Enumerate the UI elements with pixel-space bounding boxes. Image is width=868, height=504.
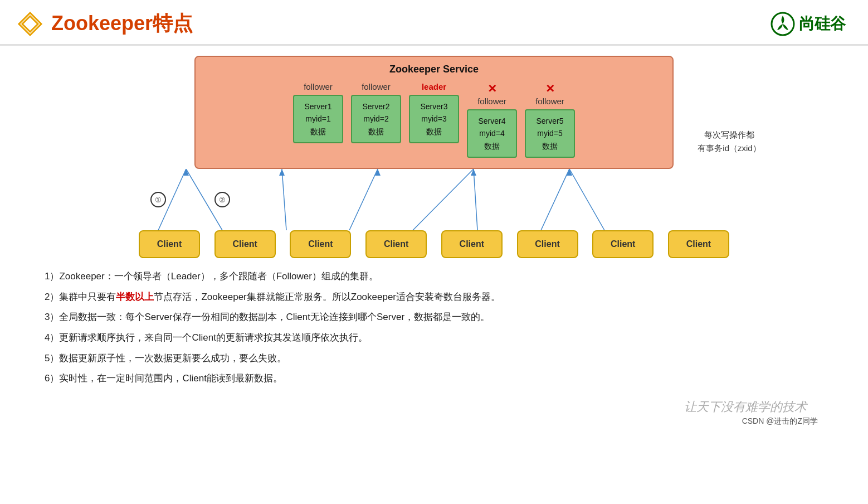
brand-name: 尚硅谷	[799, 13, 846, 35]
point-5: 5）数据更新原子性，一次数据更新要么成功，要么失败。	[45, 350, 823, 367]
server-col-1: follower Server1myid=1数据	[293, 82, 343, 158]
server2-box: Server2myid=2数据	[351, 95, 401, 143]
page-title: Zookeeper特点	[51, 10, 193, 37]
server4-box: Server4myid=4数据	[467, 109, 517, 158]
server-col-2: follower Server2myid=2数据	[351, 82, 401, 158]
svg-line-8	[474, 169, 477, 230]
server5-box: Server5myid=5数据	[525, 109, 575, 158]
svg-marker-12	[279, 169, 285, 176]
footer: 让天下没有难学的技术 CSDN @进击的Z同学	[684, 399, 840, 427]
zk-service-title: Zookeeper Service	[207, 64, 661, 75]
point-1: 1）Zookeeper：一个领导者（Leader），多个跟随者（Follower…	[45, 268, 823, 285]
side-note: 每次写操作都 有事务id（zxid）	[685, 128, 774, 155]
server-col-4: ✕ follower Server4myid=4数据	[467, 82, 517, 158]
logo-icon	[17, 11, 43, 37]
server3-box: Server3myid=3数据	[409, 95, 459, 143]
client-8: Client	[668, 230, 729, 258]
svg-line-4	[186, 169, 222, 230]
svg-line-9	[541, 169, 569, 230]
client-1: Client	[139, 230, 200, 258]
server2-role: follower	[362, 82, 391, 91]
point-6: 6）实时性，在一定时间范围内，Client能读到最新数据。	[45, 370, 823, 387]
client-6: Client	[517, 230, 578, 258]
zk-service-box: Zookeeper Service follower Server1myid=1…	[194, 56, 674, 169]
brand-logo: 尚硅谷	[770, 11, 846, 37]
server3-role: leader	[422, 82, 446, 91]
svg-marker-14	[471, 169, 476, 176]
client-7: Client	[592, 230, 654, 258]
svg-text:①: ①	[155, 196, 162, 204]
point-4: 4）更新请求顺序执行，来自同一个Client的更新请求按其发送顺序依次执行。	[45, 329, 823, 347]
header-left: Zookeeper特点	[17, 10, 193, 37]
footer-csdn: CSDN @进击的Z同学	[684, 416, 840, 427]
x-mark-5: ✕	[545, 82, 555, 95]
svg-line-3	[158, 169, 186, 230]
svg-line-7	[413, 169, 474, 230]
server-col-3: leader Server3myid=3数据	[409, 82, 459, 158]
svg-line-6	[349, 169, 378, 230]
x-mark-4: ✕	[487, 82, 497, 95]
svg-line-5	[282, 169, 286, 230]
connection-lines: ① ②	[128, 169, 740, 230]
server1-role: follower	[304, 82, 333, 91]
brand-icon	[770, 11, 796, 37]
content-list: 1）Zookeeper：一个领导者（Leader），多个跟随者（Follower…	[0, 264, 868, 395]
clients-row: Client Client Client Client Client Clien…	[139, 230, 729, 258]
point-3: 3）全局数据一致：每个Server保存一份相同的数据副本，Client无论连接到…	[45, 309, 823, 326]
footer-slogan: 让天下没有难学的技术	[684, 399, 840, 415]
server-col-5: ✕ follower Server5myid=5数据	[525, 82, 575, 158]
diagram-area: Zookeeper Service follower Server1myid=1…	[0, 46, 868, 264]
server4-role: follower	[477, 96, 506, 106]
svg-line-10	[569, 169, 604, 230]
point-2: 2）集群中只要有半数以上节点存活，Zookeeper集群就能正常服务。所以Zoo…	[45, 289, 823, 306]
client-4: Client	[365, 230, 427, 258]
client-3: Client	[290, 230, 351, 258]
server1-box: Server1myid=1数据	[293, 95, 343, 143]
diagram-wrapper: Zookeeper Service follower Server1myid=1…	[128, 56, 740, 258]
header: Zookeeper特点 尚硅谷	[0, 0, 868, 46]
client-2: Client	[214, 230, 276, 258]
svg-text:②: ②	[219, 196, 226, 204]
server5-role: follower	[535, 96, 564, 106]
servers-row: follower Server1myid=1数据 follower Server…	[207, 82, 661, 158]
client-5: Client	[441, 230, 503, 258]
